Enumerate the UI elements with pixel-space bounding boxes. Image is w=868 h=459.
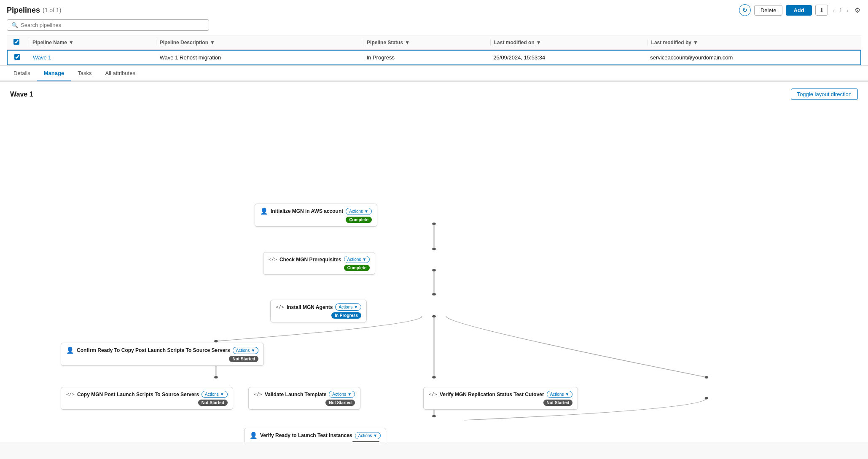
page-number: 1	[839, 7, 842, 13]
th-pipeline-name[interactable]: Pipeline Name ▼	[29, 40, 156, 46]
svg-point-6	[432, 269, 436, 271]
tabs-bar: Details Manage Tasks All attributes	[0, 66, 868, 81]
dropdown-chevron-icon: ▼	[220, 392, 224, 397]
task-node-name: Copy MGN Post Launch Scripts To Source S…	[77, 392, 199, 397]
person-icon: 👤	[260, 207, 268, 215]
code-icon: </>	[269, 257, 277, 262]
svg-point-13	[214, 340, 218, 343]
task-node-name: Confirm Ready To Copy Post Launch Script…	[77, 347, 230, 353]
task-node: 👤 Verify Ready to Launch Test Instances …	[244, 428, 386, 442]
task-node-name: Install MGN Agents	[287, 304, 333, 310]
svg-point-7	[432, 293, 436, 295]
tab-tasks[interactable]: Tasks	[71, 66, 98, 81]
task-node: </> Verify MGN Replication Status Test C…	[423, 387, 578, 410]
status-badge: Complete	[346, 217, 372, 223]
task-node-name: Initialize MGN in AWS account	[271, 208, 343, 214]
actions-button[interactable]: Actions ▼	[335, 303, 361, 311]
svg-point-8	[432, 315, 436, 318]
status-badge: Not Started	[325, 400, 355, 406]
actions-button[interactable]: Actions ▼	[346, 208, 372, 215]
search-input[interactable]	[21, 22, 204, 28]
task-node: </> Install MGN Agents Actions ▼ In Prog…	[270, 300, 367, 322]
pipeline-canvas: Wave 1 Toggle layout direction	[0, 81, 868, 442]
canvas-title: Wave 1	[10, 91, 33, 98]
svg-point-5	[432, 248, 436, 250]
task-node-name: Verify MGN Replication Status Test Cutov…	[440, 392, 544, 397]
tab-details[interactable]: Details	[7, 66, 37, 81]
th-pipeline-desc[interactable]: Pipeline Description ▼	[156, 40, 363, 46]
code-icon: </>	[254, 392, 262, 397]
th-last-modified[interactable]: Last modified on ▼	[490, 40, 648, 46]
task-node-name: Validate Launch Template	[265, 392, 326, 397]
header-checkbox-cell[interactable]	[13, 39, 29, 46]
dropdown-chevron-icon: ▼	[251, 348, 255, 353]
svg-point-4	[432, 223, 436, 225]
th-pipeline-status[interactable]: Pipeline Status ▼	[363, 40, 490, 46]
svg-point-15	[214, 376, 218, 378]
status-badge: Not Started	[351, 441, 381, 442]
task-node: 👤 Confirm Ready To Copy Post Launch Scri…	[61, 343, 264, 366]
settings-button[interactable]: ⚙	[854, 5, 861, 15]
pagination: ‹ 1 ›	[831, 6, 850, 15]
search-icon: 🔍	[11, 22, 18, 28]
code-icon: </>	[429, 392, 437, 397]
toggle-layout-button[interactable]: Toggle layout direction	[791, 89, 858, 100]
person-icon: 👤	[66, 346, 74, 354]
actions-button[interactable]: Actions ▼	[344, 256, 370, 263]
person-icon: 👤	[250, 432, 258, 439]
actions-button[interactable]: Actions ▼	[202, 391, 228, 398]
add-button[interactable]: Add	[786, 5, 812, 16]
svg-point-11	[705, 376, 709, 378]
pipeline-status-cell: In Progress	[363, 54, 490, 61]
download-button[interactable]: ⬇	[815, 5, 828, 16]
status-badge: Not Started	[198, 400, 228, 406]
dropdown-chevron-icon: ▼	[565, 392, 570, 397]
delete-button[interactable]: Delete	[754, 5, 783, 16]
next-page-button[interactable]: ›	[845, 6, 850, 15]
pipeline-desc-cell: Wave 1 Rehost migration	[156, 54, 363, 61]
tab-manage[interactable]: Manage	[37, 66, 71, 81]
dropdown-chevron-icon: ▼	[362, 257, 366, 262]
actions-button[interactable]: Actions ▼	[329, 391, 355, 398]
actions-button[interactable]: Actions ▼	[547, 391, 573, 398]
dropdown-chevron-icon: ▼	[347, 392, 352, 397]
task-node: 👤 Initialize MGN in AWS account Actions …	[255, 204, 377, 227]
select-all-checkbox[interactable]	[13, 39, 19, 45]
status-badge: Not Started	[229, 356, 258, 362]
table-header: Pipeline Name ▼ Pipeline Description ▼ P…	[7, 35, 861, 50]
search-container: 🔍	[7, 19, 209, 31]
row-checkbox-cell[interactable]	[14, 54, 30, 61]
row-checkbox[interactable]	[14, 54, 20, 60]
task-node: </> Check MGN Prerequisites Actions ▼ Co…	[263, 252, 375, 275]
prev-page-button[interactable]: ‹	[831, 6, 837, 15]
last-modified-cell: 25/09/2024, 15:53:34	[490, 54, 647, 61]
flow-container: 👤 Initialize MGN in AWS account Actions …	[10, 107, 858, 435]
pipeline-name-cell[interactable]: Wave 1	[30, 54, 156, 61]
flow-svg	[10, 107, 858, 435]
dropdown-chevron-icon: ▼	[364, 209, 368, 214]
svg-point-12	[705, 397, 709, 400]
code-icon: </>	[276, 304, 284, 310]
status-badge: In Progress	[331, 312, 361, 319]
actions-button[interactable]: Actions ▼	[355, 432, 381, 439]
task-node-name: Check MGN Prerequisites	[279, 257, 341, 263]
task-node-name: Verify Ready to Launch Test Instances	[260, 432, 352, 438]
refresh-button[interactable]: ↻	[739, 4, 751, 16]
dropdown-chevron-icon: ▼	[354, 305, 358, 309]
th-modified-by[interactable]: Last modified by ▼	[648, 40, 855, 46]
status-badge: Complete	[344, 265, 370, 271]
actions-button[interactable]: Actions ▼	[233, 347, 259, 354]
pipeline-count: (1 of 1)	[43, 7, 61, 13]
dropdown-chevron-icon: ▼	[373, 433, 377, 438]
canvas-header: Wave 1 Toggle layout direction	[10, 89, 858, 100]
tab-all-attributes[interactable]: All attributes	[98, 66, 142, 81]
svg-point-9	[432, 376, 436, 378]
task-node: </> Validate Launch Template Actions ▼ N…	[248, 387, 360, 410]
code-icon: </>	[66, 392, 75, 397]
modified-by-cell: serviceaccount@yourdomain.com	[647, 54, 854, 61]
table-row[interactable]: Wave 1 Wave 1 Rehost migration In Progre…	[7, 50, 861, 65]
page-title: Pipelines	[7, 6, 40, 15]
task-node: </> Copy MGN Post Launch Scripts To Sour…	[61, 387, 233, 410]
svg-point-16	[432, 415, 436, 417]
status-badge: Not Started	[543, 400, 573, 406]
